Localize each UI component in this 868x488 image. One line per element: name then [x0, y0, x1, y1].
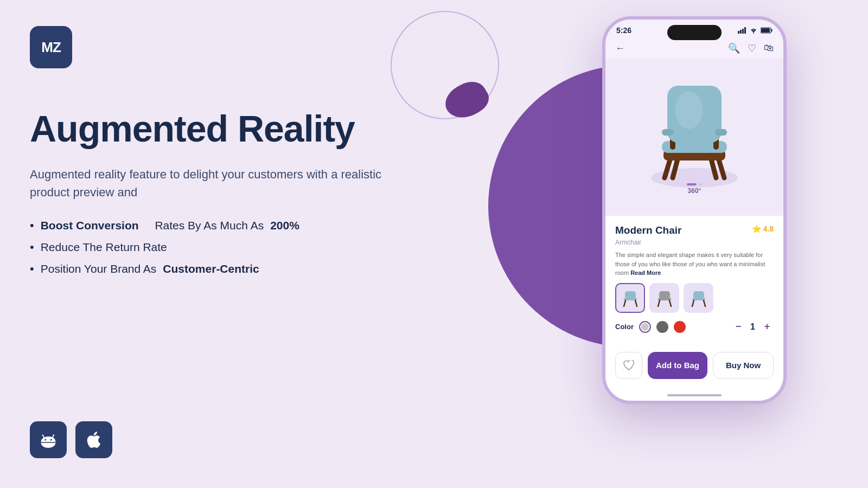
thumb-chair-1	[620, 287, 641, 309]
bullet-1: Boost Conversion Rates By As Much As 200…	[30, 219, 399, 233]
color-label: Color	[615, 323, 634, 331]
battery-icon	[761, 27, 773, 34]
logo-text: MZ	[41, 40, 61, 54]
subtitle: Augmented reality feature to delight you…	[30, 165, 399, 201]
bag-icon[interactable]: 🛍	[764, 42, 774, 54]
svg-rect-7	[761, 28, 770, 33]
left-content: Augmented Reality Augmented reality feat…	[30, 108, 399, 284]
svg-rect-22	[625, 291, 636, 299]
rating-value: 4.8	[763, 224, 774, 233]
dynamic-island	[667, 25, 722, 40]
svg-line-28	[669, 300, 671, 306]
nav-actions: 🔍 ♡ 🛍	[728, 42, 774, 54]
thumbnail-3[interactable]	[684, 283, 713, 313]
rotation-dot-1	[687, 183, 697, 185]
product-name: Modern Chair	[615, 224, 681, 236]
home-indicator	[605, 390, 783, 401]
bullet-3-bold: Customer-Centric	[163, 262, 259, 275]
apple-icon	[84, 430, 104, 450]
rotation-dot-2	[699, 183, 702, 185]
rotation-indicator: 360°	[687, 183, 702, 195]
svg-line-31	[692, 300, 694, 306]
home-bar	[667, 394, 722, 396]
phone-status-icons	[738, 27, 773, 34]
product-thumbnails	[615, 283, 774, 313]
svg-rect-30	[693, 291, 704, 299]
svg-rect-3	[744, 27, 746, 34]
logo: MZ	[30, 26, 72, 68]
search-icon[interactable]: 🔍	[728, 42, 740, 54]
add-to-bag-button[interactable]: Add to Bag	[648, 352, 707, 379]
add-to-bag-label: Add to Bag	[656, 361, 699, 370]
product-details-section: Modern Chair ⭐ 4.8 Armchair The simple a…	[605, 216, 783, 346]
product-rating: ⭐ 4.8	[752, 224, 774, 233]
phone-status-bar: 5:26	[605, 20, 783, 38]
bullet-3: Position Your Brand As Customer-Centric	[30, 262, 399, 276]
rotation-dots	[687, 183, 702, 185]
thumbnail-1[interactable]	[615, 283, 645, 313]
rotation-label: 360°	[688, 187, 701, 195]
thumb-chair-2	[654, 287, 675, 309]
bullet-3-text: Position Your Brand As	[41, 262, 157, 275]
buy-now-button[interactable]: Buy Now	[713, 352, 774, 379]
bullet-1-bold: Boost Conversion	[41, 219, 139, 232]
svg-rect-0	[738, 31, 739, 34]
star-icon: ⭐	[752, 224, 761, 233]
color-quantity-row: Color − 1 +	[615, 320, 774, 333]
color-dot-grey[interactable]	[639, 321, 651, 333]
signal-icon	[738, 27, 746, 34]
product-image-area: 360°	[605, 59, 783, 216]
svg-line-27	[658, 300, 660, 306]
wifi-icon	[749, 27, 758, 34]
read-more-link[interactable]: Read More	[630, 269, 661, 276]
svg-rect-6	[771, 29, 773, 32]
quantity-plus[interactable]: +	[761, 320, 774, 333]
quantity-value: 1	[750, 322, 755, 332]
svg-line-32	[704, 300, 705, 306]
product-description: The simple and elegant shape makes it ve…	[615, 251, 774, 278]
phone-nav-bar: ← 🔍 ♡ 🛍	[605, 38, 783, 59]
bullet-1-text: Rates By As Much As	[155, 219, 264, 232]
svg-line-23	[624, 300, 626, 306]
svg-rect-18	[662, 129, 674, 136]
bullet-1-bold2: 200%	[270, 219, 299, 232]
apple-badge[interactable]	[75, 421, 112, 458]
svg-point-4	[753, 33, 754, 34]
color-section: Color	[615, 321, 686, 333]
bullet-2-text: Reduce The Return Rate	[41, 241, 167, 254]
back-icon[interactable]: ←	[615, 43, 625, 54]
svg-rect-2	[742, 29, 744, 34]
product-header: Modern Chair ⭐ 4.8	[615, 224, 774, 236]
action-buttons: Add to Bag Buy Now	[605, 346, 783, 390]
quantity-minus[interactable]: −	[732, 320, 745, 333]
thumb-chair-3	[688, 287, 710, 309]
quantity-control: − 1 +	[732, 320, 774, 333]
heart-outline-icon	[623, 360, 635, 371]
wishlist-button[interactable]	[615, 352, 642, 379]
svg-line-24	[635, 300, 637, 306]
svg-point-20	[675, 91, 703, 129]
phone-mockup: 5:26	[602, 16, 797, 404]
svg-rect-19	[715, 129, 727, 136]
phone-time: 5:26	[616, 26, 631, 35]
buy-now-label: Buy Now	[726, 361, 761, 370]
svg-rect-1	[740, 30, 742, 34]
android-badge[interactable]	[30, 421, 67, 458]
product-category: Armchair	[615, 239, 774, 246]
main-title: Augmented Reality	[30, 108, 399, 149]
heart-icon[interactable]: ♡	[748, 42, 756, 54]
bullets-list: Boost Conversion Rates By As Much As 200…	[30, 219, 399, 276]
chair-illustration	[643, 69, 746, 189]
svg-rect-26	[659, 291, 670, 299]
platform-badges	[30, 421, 112, 458]
color-dot-dark[interactable]	[656, 321, 668, 333]
color-dot-red[interactable]	[674, 321, 686, 333]
bullet-2: Reduce The Return Rate	[30, 240, 399, 254]
phone-frame: 5:26	[602, 16, 787, 404]
android-icon	[39, 430, 58, 450]
thumbnail-2[interactable]	[649, 283, 679, 313]
